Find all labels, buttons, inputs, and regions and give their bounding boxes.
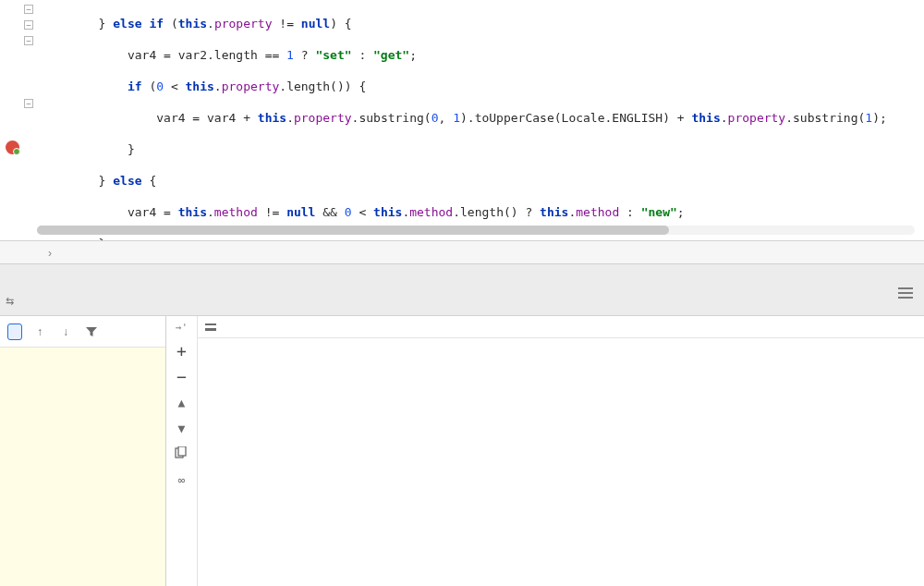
glasses-icon[interactable]: ∞ <box>174 472 190 489</box>
chevron-right-icon: › <box>43 247 57 260</box>
fold-marker-icon[interactable]: − <box>24 36 33 45</box>
add-watch-icon[interactable]: + <box>174 343 190 360</box>
move-up-icon[interactable]: ▲ <box>174 395 190 411</box>
variables-header <box>198 316 924 338</box>
thread-selector[interactable] <box>7 324 22 340</box>
settings-icon[interactable]: ⇆ <box>6 292 14 309</box>
list-icon <box>205 324 216 331</box>
copy-icon[interactable] <box>174 446 190 463</box>
debugger-pane: ↑ ↓ →' + − ▲ ▼ ∞ <box>0 316 924 586</box>
fold-marker-icon[interactable]: − <box>24 20 33 30</box>
frames-toolbar: ↑ ↓ <box>0 316 165 348</box>
breadcrumb[interactable]: › <box>0 240 924 264</box>
move-down-icon[interactable]: ▼ <box>174 421 190 437</box>
prev-frame-icon[interactable]: ↑ <box>31 324 48 340</box>
remove-watch-icon[interactable]: − <box>174 369 190 385</box>
variables-panel[interactable] <box>198 316 924 586</box>
fold-marker-icon[interactable]: − <box>24 99 33 108</box>
code-editor[interactable]: − − − − } else if (this.property != null… <box>0 0 924 240</box>
scrollbar-thumb[interactable] <box>37 226 669 235</box>
filter-icon[interactable] <box>83 324 100 340</box>
frames-panel[interactable]: ↑ ↓ <box>0 316 166 586</box>
editor-gutter: − − − − <box>0 0 37 240</box>
next-frame-icon[interactable]: ↓ <box>57 324 74 340</box>
svg-rect-1 <box>178 446 186 456</box>
horizontal-scrollbar[interactable] <box>37 226 915 235</box>
fold-marker-icon[interactable]: − <box>24 5 33 14</box>
menu-icon[interactable] <box>898 292 913 294</box>
code-area[interactable]: } else if (this.property != null) { var4… <box>37 0 924 240</box>
restore-layout-icon[interactable]: →' <box>176 322 188 334</box>
variables-toolbar: →' + − ▲ ▼ ∞ <box>166 316 198 586</box>
breakpoint-icon[interactable] <box>6 140 19 154</box>
tool-window-header: ⇆ <box>0 264 924 316</box>
